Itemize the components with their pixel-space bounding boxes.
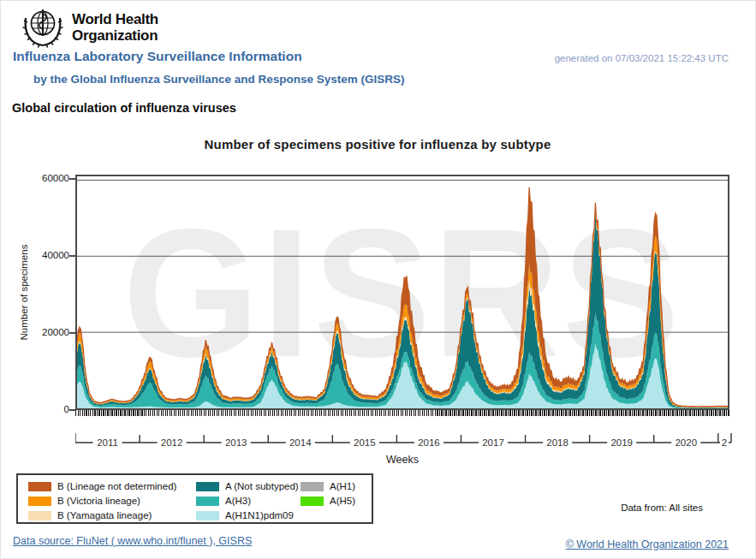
year-label: 2015 bbox=[354, 437, 376, 448]
legend-entry: B (Victoria lineage) bbox=[28, 495, 196, 507]
year-label-partial: 2 bbox=[722, 437, 727, 448]
legend-column: A(H1)A(H5) bbox=[301, 480, 369, 522]
legend-entry: A (Not subtyped) bbox=[196, 480, 301, 492]
legend-label: B (Yamagata lineage) bbox=[57, 510, 152, 520]
generated-timestamp: generated on 07/03/2021 15:22:43 UTC bbox=[555, 53, 729, 63]
legend-label: A(H3) bbox=[225, 496, 251, 506]
page-title: Influenza Laboratory Surveillance Inform… bbox=[13, 49, 302, 64]
chart-title: Number of specimens positive for influen… bbox=[75, 137, 680, 152]
legend-swatch bbox=[196, 511, 219, 520]
who-emblem-icon bbox=[21, 5, 64, 48]
plot-area bbox=[75, 175, 729, 410]
who-logo-line2: Organization bbox=[72, 27, 158, 44]
legend-swatch bbox=[196, 497, 219, 506]
page-subtitle: by the Global Influenza Surveillance and… bbox=[33, 73, 405, 86]
legend-entry: A(H5) bbox=[301, 495, 369, 507]
year-label: 2016 bbox=[418, 437, 440, 448]
y-tick-mark bbox=[69, 255, 75, 257]
x-axis-years: 2011201220132014201520162017201820192020… bbox=[75, 431, 745, 453]
legend-swatch bbox=[28, 482, 51, 491]
y-tick-label: 0 bbox=[25, 404, 69, 414]
year-label: 2020 bbox=[675, 437, 697, 448]
legend-entry: A(H1) bbox=[301, 480, 369, 492]
legend-label: B (Victoria lineage) bbox=[57, 496, 140, 506]
legend-entry: B (Yamagata lineage) bbox=[28, 509, 196, 521]
legend-swatch bbox=[28, 497, 51, 506]
y-tick-mark bbox=[69, 332, 75, 334]
y-tick-mark bbox=[69, 178, 75, 180]
legend-label: B (Lineage not determined) bbox=[57, 481, 176, 491]
year-label: 2018 bbox=[546, 437, 568, 448]
data-source-link[interactable]: Data source: FluNet ( www.who.int/flunet… bbox=[13, 535, 252, 547]
legend-label: A (Not subtyped) bbox=[225, 481, 299, 491]
legend-label: A(H1N1)pdm09 bbox=[225, 510, 294, 520]
year-label: 2011 bbox=[97, 437, 118, 448]
year-axis-svg: 2011201220132014201520162017201820192020… bbox=[75, 431, 745, 453]
copyright-link[interactable]: © World Health Organization 2021 bbox=[566, 538, 729, 550]
year-label: 2017 bbox=[482, 437, 504, 448]
year-label: 2012 bbox=[161, 437, 183, 448]
legend-swatch bbox=[196, 482, 219, 491]
who-logo-name: World Health Organization bbox=[72, 5, 158, 48]
y-tick-label: 60000 bbox=[25, 173, 69, 183]
year-label: 2014 bbox=[289, 437, 312, 448]
stacked-area-chart bbox=[77, 176, 728, 408]
legend-entry: A(H3) bbox=[196, 495, 301, 507]
y-tick-label: 20000 bbox=[25, 327, 69, 337]
year-label: 2013 bbox=[225, 437, 247, 448]
legend-swatch bbox=[301, 497, 324, 506]
y-tick-label: 40000 bbox=[25, 250, 69, 260]
legend-column: B (Lineage not determined)B (Victoria li… bbox=[28, 480, 196, 522]
legend-entry: A(H1N1)pdm09 bbox=[196, 509, 301, 521]
legend-label: A(H5) bbox=[330, 496, 355, 506]
data-from-note: Data from: All sites bbox=[621, 503, 703, 513]
section-title: Global circulation of influenza viruses bbox=[12, 101, 236, 115]
legend-swatch bbox=[28, 511, 51, 520]
legend-column: A (Not subtyped)A(H3)A(H1N1)pdm09 bbox=[196, 480, 301, 522]
x-axis-label: Weeks bbox=[75, 454, 729, 466]
year-label: 2019 bbox=[610, 437, 633, 448]
legend-entry: B (Lineage not determined) bbox=[28, 480, 196, 492]
who-logo-line1: World Health bbox=[72, 11, 158, 27]
who-flunet-report-page: World Health Organization Influenza Labo… bbox=[0, 0, 756, 559]
who-logo: World Health Organization bbox=[21, 5, 158, 48]
weekly-tick-band bbox=[75, 410, 729, 416]
legend-label: A(H1) bbox=[330, 481, 355, 491]
legend-swatch bbox=[301, 482, 324, 491]
y-axis-label: Number of specimens bbox=[19, 207, 32, 378]
y-tick-mark bbox=[69, 409, 75, 411]
chart-legend: B (Lineage not determined)B (Victoria li… bbox=[16, 473, 373, 524]
